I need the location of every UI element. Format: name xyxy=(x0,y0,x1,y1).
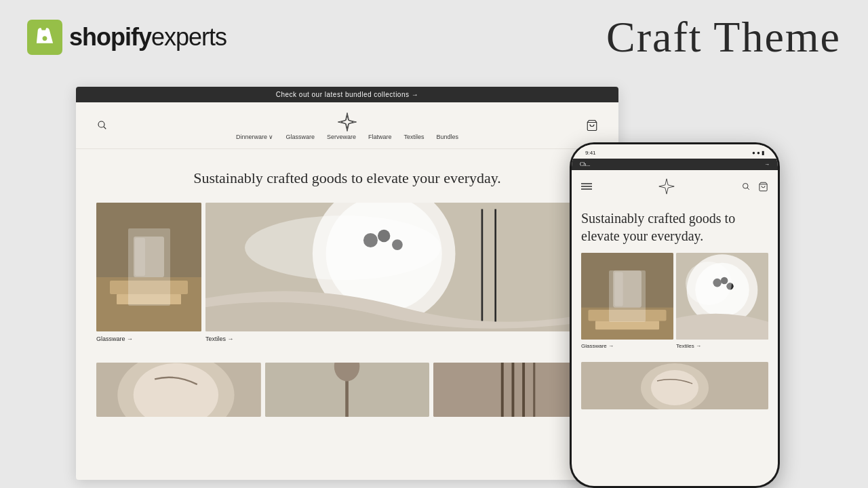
desktop-glassware-label: Glassware → xyxy=(96,336,201,342)
desktop-announcement-bar: Check out our latest bundled collections… xyxy=(76,87,618,102)
svg-point-41 xyxy=(695,263,749,317)
mobile-screen: 9:41 ● ● ▮ Ch... → xyxy=(572,144,778,486)
svg-point-47 xyxy=(651,370,698,405)
svg-point-1 xyxy=(98,121,104,127)
mobile-textiles-image xyxy=(676,253,768,340)
desktop-nav-links: Dinnerware ∨ Glassware Serveware Flatwar… xyxy=(236,134,458,140)
mobile-nav-icons xyxy=(741,182,768,192)
desktop-glassware-image xyxy=(96,203,201,331)
mobile-status-bar: 9:41 ● ● ▮ xyxy=(572,144,778,159)
shopify-logo: shopifyexperts xyxy=(27,20,226,55)
mobile-time: 9:41 xyxy=(585,150,596,156)
svg-point-44 xyxy=(726,283,733,289)
svg-point-42 xyxy=(713,279,722,287)
svg-point-14 xyxy=(392,239,403,250)
desktop-product-grid-bottom xyxy=(76,359,618,420)
mobile-product-bottom xyxy=(572,358,778,412)
desktop-textiles-image xyxy=(205,203,598,331)
mobile-plate-image xyxy=(581,362,768,409)
mobile-textiles-label: Textiles → xyxy=(676,343,768,349)
mobile-glassware-label: Glassware → xyxy=(581,343,673,349)
mobile-mockup: 9:41 ● ● ▮ Ch... → xyxy=(570,142,780,488)
svg-rect-7 xyxy=(134,237,164,277)
desktop-spoon-image xyxy=(265,363,430,417)
svg-rect-5 xyxy=(110,281,188,294)
svg-rect-36 xyxy=(595,321,659,330)
mobile-menu-icon[interactable] xyxy=(581,182,592,190)
mobile-search-icon[interactable] xyxy=(741,182,751,192)
desktop-bottom-spoon xyxy=(265,363,430,420)
mobile-announcement-arrow: → xyxy=(764,161,770,167)
mobile-brand-logo xyxy=(657,177,676,196)
mobile-product-grid: Glassware → Textiles → xyxy=(572,253,778,358)
mobile-status-icons: ● ● ▮ xyxy=(752,150,764,156)
desktop-mockup: Check out our latest bundled collections… xyxy=(76,87,618,480)
desktop-bottom-plate xyxy=(96,363,261,420)
svg-rect-37 xyxy=(613,270,642,307)
shopify-bag-icon xyxy=(27,20,62,55)
mobile-announcement-text: Ch... xyxy=(580,161,590,167)
mobile-announcement-bar: Ch... → xyxy=(572,159,778,170)
desktop-product-grid: Glassware → xyxy=(76,203,618,359)
mobile-product-glassware: Glassware → xyxy=(581,253,673,358)
desktop-brand-logo xyxy=(336,110,359,134)
desktop-product-glassware: Glassware → xyxy=(96,203,201,359)
svg-point-43 xyxy=(721,277,728,284)
mobile-nav xyxy=(572,170,778,203)
mobile-hero-text: Sustainably crafted goods to elevate you… xyxy=(572,203,778,253)
mobile-cart-icon[interactable] xyxy=(758,182,768,192)
shopify-brand-text: shopifyexperts xyxy=(69,23,226,52)
svg-point-12 xyxy=(363,233,378,247)
svg-rect-8 xyxy=(135,238,145,276)
mobile-product-textiles: Textiles → xyxy=(676,253,768,358)
svg-rect-38 xyxy=(614,272,623,306)
desktop-nav: Dinnerware ∨ Glassware Serveware Flatwar… xyxy=(76,102,618,149)
svg-point-31 xyxy=(743,183,749,188)
mobile-glassware-image xyxy=(581,253,673,340)
desktop-search-icon[interactable] xyxy=(96,119,108,131)
desktop-cart-icon[interactable] xyxy=(586,119,598,131)
desktop-product-textiles: Textiles → xyxy=(205,203,598,359)
page-title: Craft Theme xyxy=(606,12,841,62)
desktop-hero-text: Sustainably crafted goods to elevate you… xyxy=(76,149,618,203)
svg-point-13 xyxy=(378,230,390,242)
desktop-textiles-label: Textiles → xyxy=(205,336,598,342)
page-header: shopifyexperts Craft Theme xyxy=(0,0,868,75)
desktop-plate-image xyxy=(96,363,261,417)
svg-rect-6 xyxy=(117,294,181,304)
svg-rect-35 xyxy=(588,310,666,321)
